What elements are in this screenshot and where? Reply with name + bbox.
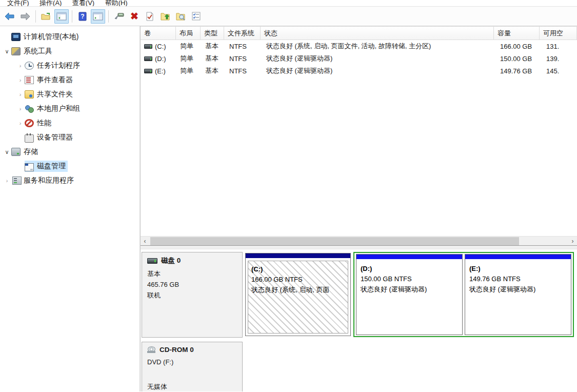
column-header-capacity[interactable]: 容量 [493, 26, 540, 40]
toolbar-separator [35, 10, 36, 23]
folder-search-icon [175, 12, 186, 21]
volume-name: (E:) [155, 67, 166, 75]
tree-item-storage[interactable]: ∨ 存储 [0, 145, 140, 159]
help-button[interactable]: ? [75, 9, 90, 24]
details-pane: 卷 布局 类型 文件系统 状态 容量 可用空 (C:) 简单 基本 NTFS 状… [140, 26, 577, 391]
tree-label: 共享文件夹 [37, 90, 73, 99]
task-scheduler-icon [25, 62, 34, 70]
properties-button[interactable] [112, 9, 126, 24]
column-header-type[interactable]: 类型 [200, 26, 224, 40]
chevron-right-icon[interactable]: › [16, 63, 25, 69]
volume-row-e[interactable]: (E:) 简单 基本 NTFS 状态良好 (逻辑驱动器) 149.76 GB 1… [141, 65, 577, 77]
tree-item-computer-management[interactable]: 计算机管理(本地) [0, 30, 140, 44]
scroll-left-arrow-icon[interactable]: ‹ [141, 237, 149, 246]
partition-e[interactable]: (E:) 149.76 GB NTFS 状态良好 (逻辑驱动器) [465, 254, 571, 335]
column-header-volume[interactable]: 卷 [141, 26, 176, 40]
console-tree-toggle-icon [56, 12, 67, 21]
partition-label: (C:) [251, 264, 345, 275]
cdrom-label-box[interactable]: CD-ROM 0 DVD (F:) 无媒体 [142, 342, 243, 391]
cdrom-area [245, 342, 577, 391]
delete-x-icon: ✖ [130, 11, 138, 21]
column-header-filesystem[interactable]: 文件系统 [224, 26, 261, 40]
computer-management-window: 文件(F) 操作(A) 查看(V) 帮助(H) ? ✖ 计算机管理(本地) ∨ [0, 0, 577, 392]
action-pane-toggle-button[interactable] [91, 9, 105, 24]
partition-d[interactable]: (D:) 150.00 GB NTFS 状态良好 (逻辑驱动器) [356, 254, 463, 335]
menu-file[interactable]: 文件(F) [3, 0, 33, 7]
chevron-right-icon[interactable]: › [16, 77, 25, 83]
volume-icon [144, 44, 152, 49]
disk-management-icon [25, 163, 34, 171]
partition-size: 149.76 GB NTFS [469, 274, 567, 284]
menu-bar: 文件(F) 操作(A) 查看(V) 帮助(H) [0, 0, 577, 7]
tree-item-event-viewer[interactable]: › 事件查看器 [0, 73, 140, 87]
list-options-button[interactable] [189, 9, 203, 24]
volume-free: 139. [543, 55, 577, 63]
storage-icon [11, 148, 21, 156]
toolbar: ? ✖ [0, 7, 577, 26]
tree-label: 事件查看器 [37, 75, 73, 85]
tree-label: 本地用户和组 [37, 104, 80, 113]
volume-capacity: 149.76 GB [496, 67, 543, 75]
chevron-down-icon[interactable]: ∨ [3, 48, 11, 55]
computer-icon [11, 33, 21, 41]
volume-fs: NTFS [226, 67, 263, 75]
partition-status: 状态良好 (逻辑驱动器) [361, 284, 458, 295]
disk-icon [147, 258, 157, 264]
chevron-right-icon[interactable]: › [16, 106, 25, 112]
scrollbar-thumb[interactable] [150, 237, 519, 245]
cdrom-drive-letter: DVD (F:) [147, 357, 237, 367]
partition-status: 状态良好 (系统, 启动, 页面 [251, 285, 345, 295]
forward-button[interactable] [18, 9, 32, 24]
chevron-right-icon[interactable]: › [3, 178, 11, 184]
document-check-icon [146, 12, 154, 21]
tree-item-task-scheduler[interactable]: › 任务计划程序 [0, 58, 140, 73]
partition-size: 166.00 GB NTFS [251, 275, 345, 285]
tree-item-shared-folders[interactable]: › 共享文件夹 [0, 87, 140, 102]
list-check-icon [192, 12, 201, 21]
scroll-right-arrow-icon[interactable]: › [568, 237, 577, 246]
disk0-partitions: (C:) 166.00 GB NTFS 状态良好 (系统, 启动, 页面 ( [245, 252, 577, 338]
chevron-right-icon[interactable]: › [16, 120, 25, 126]
volume-row-c[interactable]: (C:) 简单 基本 NTFS 状态良好 (系统, 启动, 页面文件, 活动, … [141, 40, 577, 52]
volume-status: 状态良好 (逻辑驱动器) [263, 66, 496, 75]
tree-item-performance[interactable]: › 性能 [0, 116, 140, 130]
disk0-label-box[interactable]: 磁盘 0 基本 465.76 GB 联机 [142, 252, 243, 338]
chevron-right-icon[interactable]: › [16, 91, 25, 97]
tree-item-system-tools[interactable]: ∨ 系统工具 [0, 44, 140, 58]
export-list-button[interactable] [39, 9, 53, 24]
tree-item-disk-management[interactable]: 磁盘管理 [0, 159, 140, 173]
partition-status: 状态良好 (逻辑驱动器) [469, 284, 567, 295]
folder-search-button[interactable] [173, 9, 188, 24]
tree-item-services-applications[interactable]: › 服务和应用程序 [0, 173, 140, 188]
delete-volume-button[interactable]: ✖ [127, 9, 142, 24]
folder-export-icon [41, 12, 51, 21]
column-header-status[interactable]: 状态 [260, 26, 494, 40]
horizontal-scrollbar[interactable]: ‹ › [141, 236, 577, 245]
menu-view[interactable]: 查看(V) [68, 0, 98, 7]
properties-device-icon [114, 12, 124, 21]
menu-help[interactable]: 帮助(H) [101, 0, 132, 7]
back-button[interactable] [3, 9, 17, 24]
column-header-free-space[interactable]: 可用空 [539, 26, 577, 40]
action-pane-toggle-icon [93, 12, 103, 21]
volume-layout: 简单 [176, 66, 202, 75]
tree-item-local-users-groups[interactable]: › 本地用户和组 [0, 102, 140, 116]
chevron-down-icon[interactable]: ∨ [3, 149, 11, 155]
check-document-button[interactable] [143, 9, 157, 24]
scrollbar-track[interactable] [149, 237, 568, 246]
tree-item-device-manager[interactable]: 设备管理器 [0, 130, 140, 145]
volume-row-d[interactable]: (D:) 简单 基本 NTFS 状态良好 (逻辑驱动器) 150.00 GB 1… [141, 52, 577, 65]
column-header-layout[interactable]: 布局 [175, 26, 201, 40]
menu-action[interactable]: 操作(A) [35, 0, 66, 7]
folder-up-button[interactable] [158, 9, 172, 24]
tree-label: 存储 [24, 147, 38, 156]
event-viewer-icon [25, 76, 34, 84]
console-tree-toggle-button[interactable] [54, 9, 69, 24]
tree-label: 计算机管理(本地) [24, 32, 78, 42]
partition-c[interactable]: (C:) 166.00 GB NTFS 状态良好 (系统, 启动, 页面 [245, 253, 351, 336]
tree-label: 性能 [37, 119, 51, 128]
volume-layout: 简单 [176, 54, 202, 63]
toolbar-separator [108, 10, 109, 23]
pane-splitter[interactable] [141, 245, 577, 249]
services-applications-icon [12, 177, 22, 185]
